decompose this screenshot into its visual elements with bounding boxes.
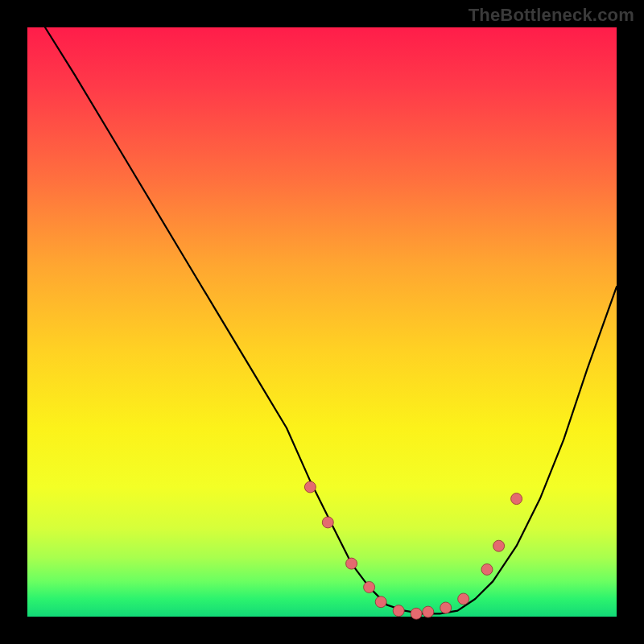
chart-stage: TheBottleneck.com: [0, 0, 644, 644]
marker-point: [458, 593, 469, 605]
plot-area: [27, 27, 617, 617]
highlight-markers: [304, 481, 522, 619]
marker-point: [375, 597, 386, 608]
marker-point: [440, 602, 452, 613]
marker-point: [346, 558, 357, 569]
marker-point: [511, 493, 522, 505]
marker-point: [304, 481, 316, 493]
marker-point: [411, 608, 422, 619]
marker-point: [481, 564, 493, 575]
watermark-text: TheBottleneck.com: [469, 5, 634, 26]
marker-point: [493, 540, 505, 551]
marker-point: [423, 606, 434, 617]
marker-point: [393, 605, 404, 617]
marker-point: [322, 517, 333, 528]
chart-svg: [27, 27, 617, 617]
marker-point: [364, 581, 375, 592]
